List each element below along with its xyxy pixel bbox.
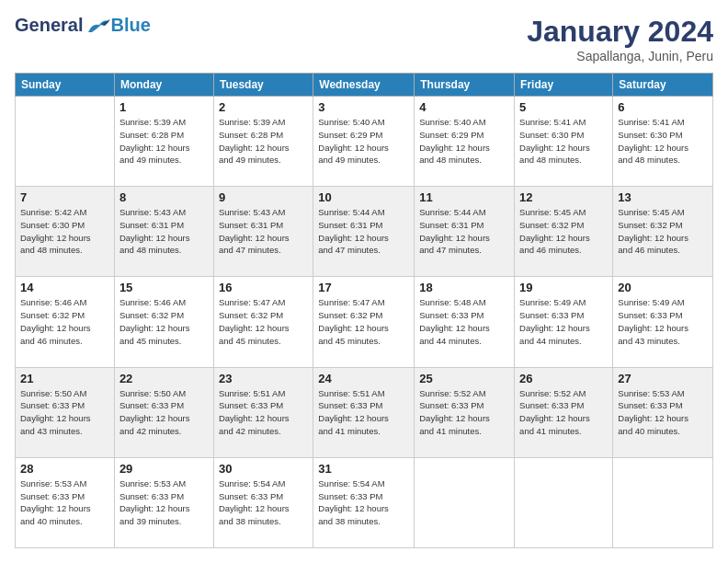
calendar-cell: 11Sunrise: 5:44 AMSunset: 6:31 PMDayligh… — [415, 187, 515, 277]
calendar-week-row: 1Sunrise: 5:39 AMSunset: 6:28 PMDaylight… — [16, 97, 713, 187]
day-number: 13 — [618, 190, 708, 204]
day-number: 12 — [519, 190, 608, 204]
logo-blue: Blue — [110, 15, 150, 36]
calendar-cell: 24Sunrise: 5:51 AMSunset: 6:33 PMDayligh… — [313, 367, 415, 457]
day-number: 31 — [318, 462, 409, 476]
day-info: Sunrise: 5:53 AMSunset: 6:33 PMDaylight:… — [119, 477, 209, 528]
day-number: 1 — [119, 100, 209, 114]
calendar-cell: 6Sunrise: 5:41 AMSunset: 6:30 PMDaylight… — [613, 97, 713, 187]
logo-general: General — [15, 15, 83, 36]
day-number: 18 — [419, 281, 509, 294]
day-info: Sunrise: 5:48 AMSunset: 6:33 PMDaylight:… — [419, 296, 509, 347]
logo: General Blue — [15, 15, 151, 36]
day-number: 19 — [519, 281, 608, 294]
calendar-cell: 20Sunrise: 5:49 AMSunset: 6:33 PMDayligh… — [613, 277, 713, 367]
calendar-week-row: 14Sunrise: 5:46 AMSunset: 6:32 PMDayligh… — [16, 277, 713, 367]
calendar-cell: 14Sunrise: 5:46 AMSunset: 6:32 PMDayligh… — [16, 277, 115, 367]
logo-text: General Blue — [15, 15, 151, 36]
weekday-header-sunday: Sunday — [16, 74, 115, 97]
day-number: 2 — [219, 100, 308, 114]
day-info: Sunrise: 5:50 AMSunset: 6:33 PMDaylight:… — [20, 387, 109, 438]
day-info: Sunrise: 5:53 AMSunset: 6:33 PMDaylight:… — [20, 477, 109, 528]
day-number: 7 — [20, 190, 109, 204]
day-number: 24 — [318, 372, 409, 385]
day-info: Sunrise: 5:43 AMSunset: 6:31 PMDaylight:… — [119, 206, 209, 257]
calendar-cell: 18Sunrise: 5:48 AMSunset: 6:33 PMDayligh… — [415, 277, 515, 367]
day-number: 6 — [618, 100, 708, 114]
calendar-cell — [415, 457, 515, 547]
day-info: Sunrise: 5:51 AMSunset: 6:33 PMDaylight:… — [318, 387, 409, 438]
day-number: 3 — [318, 100, 409, 114]
calendar-cell — [613, 457, 713, 547]
calendar-cell: 19Sunrise: 5:49 AMSunset: 6:33 PMDayligh… — [515, 277, 613, 367]
calendar-header-row: SundayMondayTuesdayWednesdayThursdayFrid… — [16, 74, 713, 97]
day-number: 8 — [119, 190, 209, 204]
day-number: 16 — [219, 281, 308, 294]
day-number: 21 — [20, 372, 109, 385]
calendar-cell: 25Sunrise: 5:52 AMSunset: 6:33 PMDayligh… — [415, 367, 515, 457]
day-info: Sunrise: 5:46 AMSunset: 6:32 PMDaylight:… — [20, 296, 109, 347]
calendar-cell: 9Sunrise: 5:43 AMSunset: 6:31 PMDaylight… — [213, 187, 313, 277]
day-info: Sunrise: 5:52 AMSunset: 6:33 PMDaylight:… — [419, 387, 509, 438]
day-info: Sunrise: 5:49 AMSunset: 6:33 PMDaylight:… — [519, 296, 608, 347]
weekday-header-thursday: Thursday — [415, 74, 515, 97]
weekday-header-saturday: Saturday — [613, 74, 713, 97]
calendar-cell: 2Sunrise: 5:39 AMSunset: 6:28 PMDaylight… — [213, 97, 313, 187]
day-number: 5 — [519, 100, 608, 114]
title-section: January 2024 Sapallanga, Junin, Peru — [527, 15, 713, 63]
day-number: 28 — [20, 462, 109, 476]
day-number: 23 — [219, 372, 308, 385]
day-info: Sunrise: 5:41 AMSunset: 6:30 PMDaylight:… — [519, 116, 608, 167]
calendar-cell: 17Sunrise: 5:47 AMSunset: 6:32 PMDayligh… — [313, 277, 415, 367]
day-number: 17 — [318, 281, 409, 294]
calendar-cell: 23Sunrise: 5:51 AMSunset: 6:33 PMDayligh… — [213, 367, 313, 457]
day-number: 14 — [20, 281, 109, 294]
calendar-week-row: 28Sunrise: 5:53 AMSunset: 6:33 PMDayligh… — [16, 457, 713, 547]
weekday-header-wednesday: Wednesday — [313, 74, 415, 97]
calendar-cell: 28Sunrise: 5:53 AMSunset: 6:33 PMDayligh… — [16, 457, 115, 547]
calendar-week-row: 21Sunrise: 5:50 AMSunset: 6:33 PMDayligh… — [16, 367, 713, 457]
day-number: 27 — [618, 372, 708, 385]
calendar-cell: 8Sunrise: 5:43 AMSunset: 6:31 PMDaylight… — [114, 187, 213, 277]
day-number: 15 — [119, 281, 209, 294]
day-info: Sunrise: 5:45 AMSunset: 6:32 PMDaylight:… — [519, 206, 608, 257]
day-info: Sunrise: 5:39 AMSunset: 6:28 PMDaylight:… — [119, 116, 209, 167]
day-info: Sunrise: 5:44 AMSunset: 6:31 PMDaylight:… — [419, 206, 509, 257]
calendar-cell — [515, 457, 613, 547]
day-info: Sunrise: 5:43 AMSunset: 6:31 PMDaylight:… — [219, 206, 308, 257]
calendar-cell: 16Sunrise: 5:47 AMSunset: 6:32 PMDayligh… — [213, 277, 313, 367]
calendar-cell: 13Sunrise: 5:45 AMSunset: 6:32 PMDayligh… — [613, 187, 713, 277]
day-info: Sunrise: 5:46 AMSunset: 6:32 PMDaylight:… — [119, 296, 209, 347]
calendar-cell: 12Sunrise: 5:45 AMSunset: 6:32 PMDayligh… — [515, 187, 613, 277]
day-info: Sunrise: 5:47 AMSunset: 6:32 PMDaylight:… — [318, 296, 409, 347]
day-info: Sunrise: 5:40 AMSunset: 6:29 PMDaylight:… — [419, 116, 509, 167]
day-info: Sunrise: 5:51 AMSunset: 6:33 PMDaylight:… — [219, 387, 308, 438]
day-info: Sunrise: 5:50 AMSunset: 6:33 PMDaylight:… — [119, 387, 209, 438]
day-info: Sunrise: 5:53 AMSunset: 6:33 PMDaylight:… — [618, 387, 708, 438]
header: General Blue January 2024 Sapallanga, Ju… — [15, 15, 713, 63]
location-subtitle: Sapallanga, Junin, Peru — [527, 49, 713, 63]
logo-bird-icon — [85, 16, 110, 36]
calendar-cell — [16, 97, 115, 187]
day-number: 26 — [519, 372, 608, 385]
calendar-cell: 3Sunrise: 5:40 AMSunset: 6:29 PMDaylight… — [313, 97, 415, 187]
day-number: 25 — [419, 372, 509, 385]
day-number: 4 — [419, 100, 509, 114]
weekday-header-tuesday: Tuesday — [213, 74, 313, 97]
calendar-cell: 21Sunrise: 5:50 AMSunset: 6:33 PMDayligh… — [16, 367, 115, 457]
day-info: Sunrise: 5:47 AMSunset: 6:32 PMDaylight:… — [219, 296, 308, 347]
day-info: Sunrise: 5:54 AMSunset: 6:33 PMDaylight:… — [318, 477, 409, 528]
day-number: 29 — [119, 462, 209, 476]
calendar-week-row: 7Sunrise: 5:42 AMSunset: 6:30 PMDaylight… — [16, 187, 713, 277]
weekday-header-monday: Monday — [114, 74, 213, 97]
weekday-header-friday: Friday — [515, 74, 613, 97]
day-info: Sunrise: 5:45 AMSunset: 6:32 PMDaylight:… — [618, 206, 708, 257]
day-info: Sunrise: 5:41 AMSunset: 6:30 PMDaylight:… — [618, 116, 708, 167]
day-number: 9 — [219, 190, 308, 204]
calendar-table: SundayMondayTuesdayWednesdayThursdayFrid… — [15, 73, 713, 548]
day-info: Sunrise: 5:39 AMSunset: 6:28 PMDaylight:… — [219, 116, 308, 167]
day-number: 10 — [318, 190, 409, 204]
day-number: 11 — [419, 190, 509, 204]
calendar-cell: 5Sunrise: 5:41 AMSunset: 6:30 PMDaylight… — [515, 97, 613, 187]
calendar-cell: 29Sunrise: 5:53 AMSunset: 6:33 PMDayligh… — [114, 457, 213, 547]
